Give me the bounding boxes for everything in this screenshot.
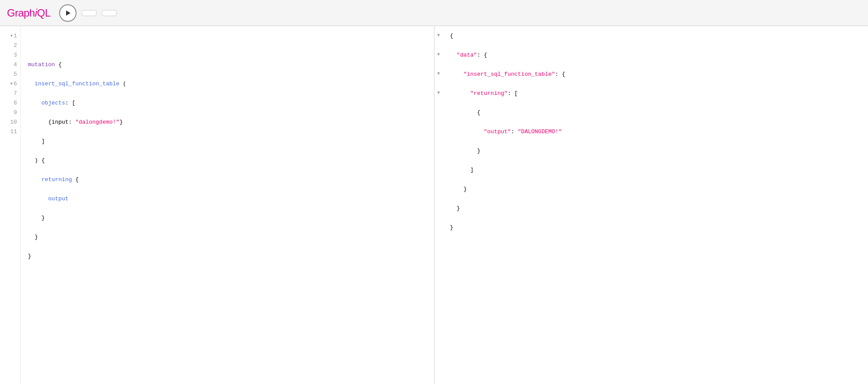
result-collapse-controls: ▼▼▼▼: [434, 26, 443, 384]
result-content: { "data": { "insert_sql_function_table":…: [443, 26, 868, 384]
history-button[interactable]: [102, 10, 117, 16]
line-number: ▼6: [10, 79, 17, 89]
header: GraphiQL: [0, 0, 868, 26]
collapse-arrow-icon[interactable]: ▼: [435, 70, 442, 77]
collapse-arrow-icon[interactable]: ▼: [435, 31, 442, 38]
prettify-button[interactable]: [82, 10, 97, 16]
line-number: 10: [10, 118, 17, 127]
line-number: 7: [13, 89, 17, 98]
result-line: ]: [450, 165, 861, 175]
collapse-arrow-icon[interactable]: ▼: [435, 51, 442, 57]
line-number: 4: [13, 60, 17, 70]
result-line: "insert_sql_function_table": {: [450, 70, 861, 79]
line-number: 8: [13, 98, 17, 108]
result-line: }: [450, 204, 861, 213]
result-line: "returning": [: [450, 89, 861, 98]
result-line: }: [450, 185, 861, 194]
line-numbers: ▼12345▼67891011: [0, 26, 21, 384]
line-number: 5: [13, 70, 17, 79]
result-line: }: [450, 223, 861, 232]
line-number: 2: [13, 41, 17, 51]
editor-panel: ▼12345▼67891011 mutation { insert_sql_fu…: [0, 26, 434, 384]
editor-content[interactable]: mutation { insert_sql_function_table ( o…: [21, 26, 434, 384]
result-line: }: [450, 146, 861, 156]
line-number: ▼1: [10, 31, 17, 41]
main-area: ▼12345▼67891011 mutation { insert_sql_fu…: [0, 26, 868, 384]
line-number: 11: [10, 127, 17, 137]
result-line: {: [450, 31, 861, 41]
result-line: {: [450, 108, 861, 118]
app-logo: GraphiQL: [7, 7, 50, 19]
result-line: "data": {: [450, 51, 861, 60]
line-number: 3: [13, 51, 17, 60]
line-number: 9: [13, 108, 17, 118]
collapse-arrow-icon[interactable]: ▼: [435, 89, 442, 96]
run-button[interactable]: [59, 4, 77, 22]
svg-marker-0: [66, 10, 70, 16]
result-line: "output": "DALONGDEMO!": [450, 127, 861, 137]
result-panel: ▼▼▼▼ { "data": { "insert_sql_function_ta…: [434, 26, 868, 384]
